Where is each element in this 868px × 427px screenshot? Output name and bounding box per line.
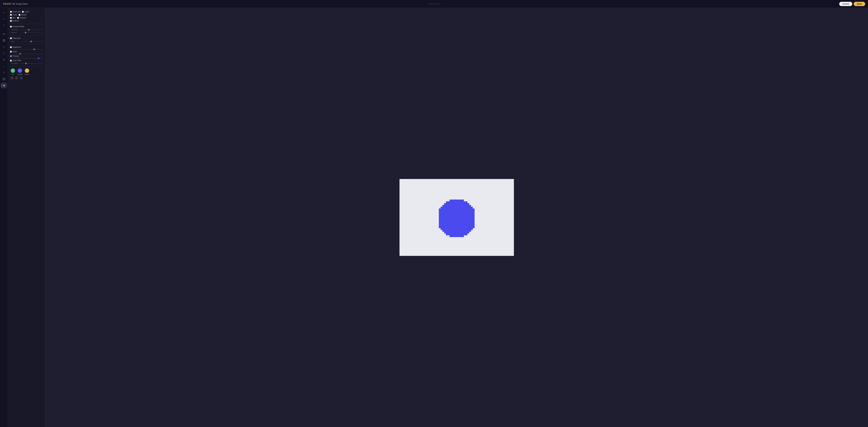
svg-rect-80 bbox=[467, 207, 469, 209]
value-thumb[interactable] bbox=[30, 41, 32, 42]
remove-white-checkbox[interactable] bbox=[10, 26, 12, 28]
svg-rect-2 bbox=[3, 39, 4, 40]
svg-rect-122 bbox=[460, 230, 462, 232]
blend-swatch[interactable]: Blend bbox=[25, 68, 29, 75]
svg-rect-85 bbox=[439, 212, 474, 214]
svg-rect-129 bbox=[446, 232, 448, 234]
noise-filter[interactable]: Noise bbox=[10, 51, 17, 53]
svg-rect-39 bbox=[451, 203, 453, 205]
grayscale-value-section: Grayscale bbox=[10, 37, 43, 39]
blend-label: Blend bbox=[25, 73, 29, 75]
rotate-icon[interactable]: ↻ bbox=[1, 44, 7, 50]
tint-swatch[interactable]: Tint bbox=[11, 68, 15, 75]
emboss-filter[interactable]: Emboss bbox=[10, 20, 19, 22]
color-filter-checkbox[interactable] bbox=[10, 60, 12, 62]
color-filter[interactable]: Color Filter bbox=[10, 60, 21, 62]
filter-row-2: Sepia Sepia2 bbox=[10, 14, 43, 16]
save-button[interactable]: Save bbox=[854, 2, 865, 6]
noise-thumb[interactable] bbox=[20, 53, 21, 55]
svg-point-11 bbox=[4, 86, 5, 86]
pixelate-checkbox[interactable] bbox=[10, 55, 12, 57]
sharpen-checkbox[interactable] bbox=[17, 17, 19, 19]
image-icon[interactable] bbox=[1, 76, 7, 82]
cancel-button[interactable]: Cancel bbox=[839, 2, 852, 6]
grayscale-value-checkbox[interactable] bbox=[10, 37, 12, 39]
svg-rect-155 bbox=[451, 235, 453, 237]
blend-sq[interactable] bbox=[20, 77, 23, 79]
svg-rect-143 bbox=[448, 234, 450, 235]
pixelate-slider[interactable] bbox=[13, 58, 43, 58]
redo-icon[interactable]: ↪ bbox=[1, 16, 7, 22]
svg-rect-119 bbox=[455, 230, 457, 232]
filter-panel-icon[interactable] bbox=[1, 83, 7, 88]
svg-rect-140 bbox=[466, 232, 467, 234]
svg-rect-149 bbox=[459, 234, 460, 235]
remove-white-section: Remove White bbox=[10, 26, 43, 28]
svg-rect-55 bbox=[453, 205, 455, 207]
brightness-slider[interactable] bbox=[13, 49, 43, 50]
noise-slider[interactable] bbox=[13, 54, 43, 54]
value-slider[interactable] bbox=[21, 41, 43, 42]
share-icon[interactable]: ⇧ bbox=[1, 23, 7, 28]
sepia2-checkbox[interactable] bbox=[19, 14, 20, 16]
layers-icon[interactable] bbox=[1, 31, 7, 37]
sepia2-filter[interactable]: Sepia2 bbox=[19, 14, 27, 16]
svg-rect-61 bbox=[464, 205, 466, 207]
threshold-slider[interactable] bbox=[21, 30, 43, 30]
invert-filter[interactable]: Invert bbox=[22, 11, 29, 13]
tint-circle[interactable] bbox=[11, 68, 15, 73]
svg-rect-83 bbox=[439, 209, 474, 210]
pen-icon[interactable]: ✏ bbox=[1, 51, 7, 56]
noise-checkbox[interactable] bbox=[10, 51, 12, 53]
svg-rect-159 bbox=[459, 235, 460, 237]
grid-icon[interactable] bbox=[1, 37, 7, 43]
grayscale-filter[interactable]: Grayscale bbox=[10, 11, 21, 13]
brightness-checkbox[interactable] bbox=[10, 46, 12, 48]
pixelated-circle-svg: .pc { fill: #4a4aee; } .pe { fill: #5050… bbox=[435, 196, 478, 239]
sepia-filter[interactable]: Sepia bbox=[10, 14, 17, 16]
svg-rect-50 bbox=[444, 205, 446, 207]
swatches-section: Tint Multiply Blend bbox=[10, 68, 43, 79]
shapes-icon[interactable] bbox=[1, 57, 7, 63]
blend-circle[interactable] bbox=[25, 68, 29, 73]
svg-rect-0 bbox=[3, 33, 5, 34]
multiply-circle[interactable] bbox=[18, 68, 22, 73]
blur-checkbox[interactable] bbox=[10, 17, 12, 19]
svg-rect-56 bbox=[455, 205, 457, 207]
multiply-swatch[interactable]: Multiply bbox=[17, 68, 23, 75]
pixelate-filter[interactable]: Pixelate bbox=[10, 55, 19, 57]
svg-rect-161 bbox=[462, 235, 464, 237]
brightness-thumb[interactable] bbox=[33, 49, 35, 50]
svg-rect-99 bbox=[450, 228, 451, 230]
blur-filter[interactable]: Blur bbox=[10, 17, 16, 19]
multiply-sq[interactable] bbox=[16, 77, 18, 79]
threshold-thumb[interactable] bbox=[28, 29, 30, 31]
tint-sq[interactable] bbox=[11, 77, 13, 79]
grayscale-checkbox[interactable] bbox=[10, 11, 12, 13]
distance-label: Distance bbox=[11, 32, 20, 33]
invert-checkbox[interactable] bbox=[22, 11, 24, 13]
star-icon[interactable]: ☆ bbox=[1, 63, 7, 69]
undo-icon[interactable]: ↩ bbox=[1, 10, 7, 16]
cf-threshold-slider[interactable] bbox=[21, 63, 43, 64]
distance-thumb[interactable] bbox=[25, 32, 26, 33]
sepia-checkbox[interactable] bbox=[10, 14, 12, 16]
blur-label: Blur bbox=[12, 17, 16, 19]
svg-rect-121 bbox=[459, 230, 460, 232]
svg-rect-136 bbox=[459, 232, 460, 234]
svg-rect-114 bbox=[446, 230, 448, 232]
cf-threshold-thumb[interactable] bbox=[25, 63, 27, 64]
svg-rect-26 bbox=[451, 201, 453, 203]
threshold-label: Threshold bbox=[11, 29, 20, 31]
pixelate-thumb[interactable] bbox=[38, 58, 39, 59]
emboss-checkbox[interactable] bbox=[10, 20, 12, 22]
svg-rect-135 bbox=[457, 232, 459, 234]
sharpen-filter[interactable]: Sharpen bbox=[17, 17, 27, 19]
svg-rect-152 bbox=[464, 234, 466, 235]
main-layout: ↩ ↪ ⇧ ↻ ✏ ☆ T bbox=[0, 8, 868, 427]
svg-rect-38 bbox=[450, 203, 451, 205]
distance-slider[interactable] bbox=[21, 32, 43, 33]
svg-rect-60 bbox=[462, 205, 464, 207]
brightness-filter[interactable]: Brightness bbox=[10, 46, 21, 48]
text-icon[interactable]: T bbox=[1, 70, 7, 75]
